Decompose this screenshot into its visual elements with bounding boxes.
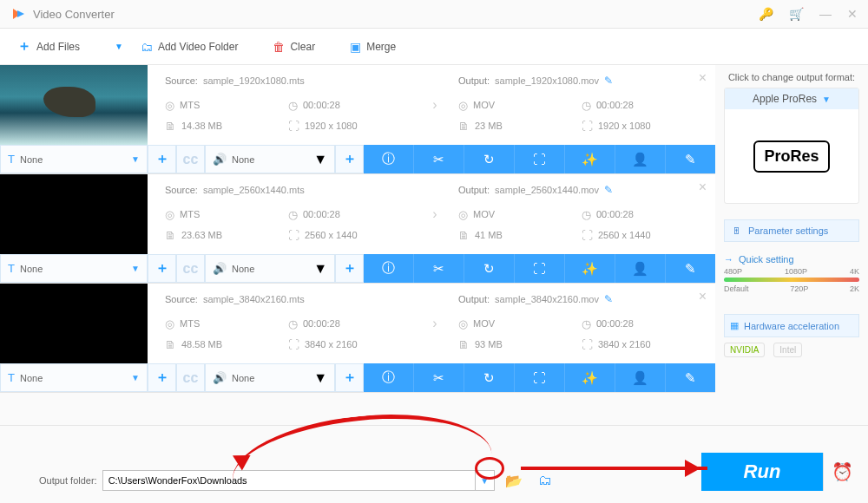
run-button[interactable]: Run [701, 453, 823, 491]
video-thumbnail[interactable] [0, 174, 148, 254]
edit-tool-icon[interactable]: ✂ [414, 145, 464, 173]
format-hint: Click to change output format: [724, 72, 859, 82]
open-folder-button[interactable]: 📂 [502, 470, 526, 491]
edit-tool-icon[interactable]: ✨ [565, 145, 615, 173]
video-thumbnail[interactable] [0, 284, 148, 363]
source-resolution: 1920 x 1080 [305, 121, 358, 131]
quality-slider[interactable] [724, 278, 859, 282]
hardware-accel-button[interactable]: ▦ Hardware acceleration [724, 314, 859, 337]
clear-button[interactable]: 🗑 Clear [273, 40, 315, 54]
chevron-down-icon: ▼ [313, 261, 327, 277]
chevron-down-icon: ▼ [131, 264, 140, 273]
audio-select[interactable]: 🔊 None ▼ [205, 254, 335, 283]
edit-tool-icon[interactable]: 👤 [615, 145, 666, 173]
parameter-settings-button[interactable]: 🎚 Parameter settings [724, 219, 859, 242]
add-audio-button[interactable]: ＋ [335, 145, 364, 173]
alarm-button[interactable]: ⏰ [823, 453, 861, 491]
clock-icon: ◷ [582, 317, 591, 330]
cc-button[interactable]: cc [176, 363, 205, 392]
edit-tool-icon[interactable]: ⓘ [364, 145, 414, 173]
file-icon: 🗎 [165, 338, 176, 351]
rename-icon[interactable]: ✎ [604, 293, 613, 305]
edit-tool-icon[interactable]: ✂ [414, 254, 464, 283]
edit-tool-icon[interactable]: ✂ [414, 363, 464, 392]
app-title: Video Converter [33, 8, 115, 21]
subtitle-icon: T [8, 371, 15, 384]
minimize-button[interactable]: — [819, 8, 832, 20]
codec-icon: ◎ [165, 208, 174, 221]
subtitle-select[interactable]: T None ▼ [0, 363, 148, 392]
edit-toolstrip: ⓘ✂↻⛶✨👤✎ [364, 363, 715, 392]
clock-icon: ◷ [288, 99, 298, 112]
file-item: Source: sample_3840x2160.mts ◎MTS ◷00:00… [0, 284, 715, 393]
subtitle-select[interactable]: T None ▼ [0, 145, 148, 173]
edit-tool-icon[interactable]: ↻ [464, 145, 515, 173]
close-button[interactable]: ✕ [847, 8, 858, 20]
output-resolution: 2560 x 1440 [598, 230, 651, 240]
browse-folder-button[interactable]: 🗂 [533, 470, 557, 491]
edit-tool-icon[interactable]: ⓘ [364, 363, 414, 392]
rename-icon[interactable]: ✎ [604, 184, 613, 196]
add-audio-button[interactable]: ＋ [335, 254, 364, 283]
add-subtitle-button[interactable]: ＋ [148, 145, 176, 173]
audio-select[interactable]: 🔊 None ▼ [205, 363, 335, 392]
output-folder-input[interactable] [102, 470, 476, 491]
cart-icon[interactable]: 🛒 [789, 8, 804, 20]
edit-tool-icon[interactable]: ⛶ [515, 363, 565, 392]
add-files-button[interactable]: ＋ Add Files [17, 37, 80, 56]
remove-item-button[interactable]: × [699, 289, 707, 304]
add-folder-button[interactable]: 🗂 Add Video Folder [141, 40, 239, 54]
nvidia-badge[interactable]: NVIDIA [724, 343, 765, 357]
source-filename: sample_1920x1080.mts [203, 75, 305, 86]
chevron-down-icon: ▼ [131, 373, 140, 382]
edit-tool-icon[interactable]: ⓘ [364, 254, 414, 283]
output-format: MOV [473, 209, 495, 219]
annotation-arrow-2 [521, 467, 707, 470]
remove-item-button[interactable]: × [699, 180, 707, 195]
main-toolbar: ＋ Add Files ▼ 🗂 Add Video Folder 🗑 Clear… [0, 29, 868, 65]
edit-tool-icon[interactable]: ✎ [666, 254, 715, 283]
output-filename: sample_3840x2160.mov [495, 294, 599, 304]
merge-button[interactable]: ▣ Merge [350, 40, 396, 54]
clock-icon: ◷ [288, 317, 298, 330]
subtitle-select[interactable]: T None ▼ [0, 254, 148, 283]
clock-icon: ◷ [582, 99, 591, 112]
add-audio-button[interactable]: ＋ [335, 363, 364, 392]
annotation-circle [475, 457, 504, 480]
edit-tool-icon[interactable]: ⛶ [515, 145, 565, 173]
cc-button[interactable]: cc [176, 254, 205, 283]
key-icon[interactable]: 🔑 [759, 8, 773, 20]
remove-item-button[interactable]: × [699, 70, 707, 86]
edit-tool-icon[interactable]: 👤 [615, 363, 666, 392]
output-size: 23 MB [475, 121, 503, 131]
edit-tool-icon[interactable]: ✨ [565, 363, 615, 392]
intel-badge[interactable]: Intel [773, 343, 802, 357]
output-format: MOV [473, 318, 495, 329]
edit-tool-icon[interactable]: ✎ [666, 145, 715, 173]
add-subtitle-button[interactable]: ＋ [148, 254, 176, 283]
edit-tool-icon[interactable]: ✎ [666, 363, 715, 392]
hw-accel-label: Hardware acceleration [744, 321, 839, 331]
source-resolution: 3840 x 2160 [305, 339, 358, 349]
source-size: 48.58 MB [181, 339, 222, 349]
arrow-right-icon: → [724, 254, 733, 265]
output-format-box[interactable]: Apple ProRes ▼ ProRes [724, 88, 859, 204]
audio-select[interactable]: 🔊 None ▼ [205, 145, 335, 173]
add-files-dropdown[interactable]: ▼ [115, 42, 123, 51]
edit-tool-icon[interactable]: ⛶ [515, 254, 565, 283]
resolution-icon: ⛶ [582, 120, 593, 133]
output-duration: 00:00:28 [596, 209, 634, 219]
edit-tool-icon[interactable]: 👤 [615, 254, 666, 283]
output-filename: sample_1920x1080.mov [495, 75, 599, 86]
edit-tool-icon[interactable]: ↻ [464, 254, 515, 283]
slider-labels-bottom: Default720P2K [724, 284, 859, 293]
output-duration: 00:00:28 [596, 100, 634, 110]
video-thumbnail[interactable] [0, 65, 148, 145]
rename-icon[interactable]: ✎ [604, 75, 613, 87]
edit-tool-icon[interactable]: ✨ [565, 254, 615, 283]
add-subtitle-button[interactable]: ＋ [148, 363, 176, 392]
cc-button[interactable]: cc [176, 145, 205, 173]
edit-tool-icon[interactable]: ↻ [464, 363, 515, 392]
source-duration: 00:00:28 [303, 100, 340, 110]
subtitle-icon: T [8, 262, 15, 275]
